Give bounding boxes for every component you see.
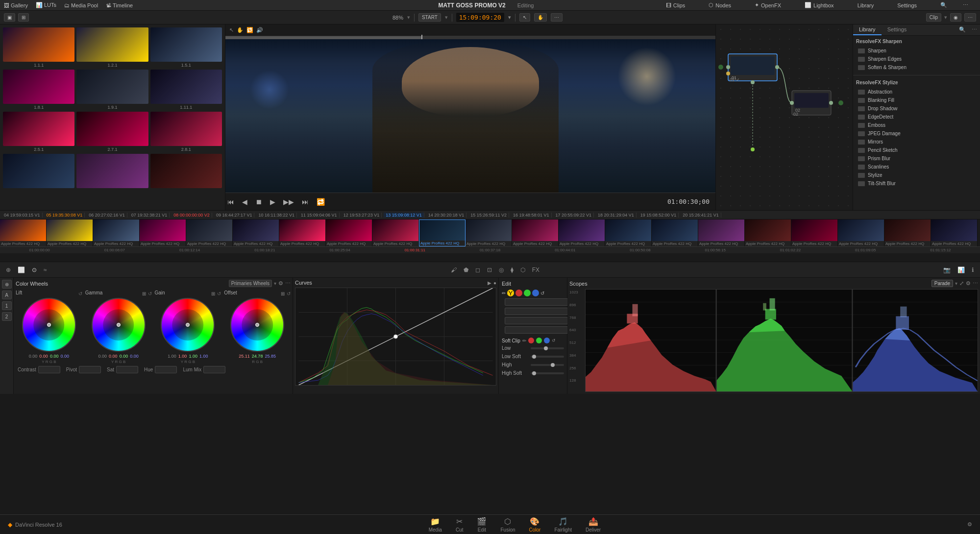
table-row[interactable]: Apple ProRes 422 HQ — [372, 219, 419, 246]
offset-center-dot[interactable] — [255, 323, 259, 327]
info-icon[interactable]: ℹ — [970, 266, 976, 274]
sat-input[interactable]: 50.00 — [116, 366, 138, 373]
library-item-prism-blur[interactable]: Prism Blur — [856, 154, 977, 163]
gain-wheel[interactable] — [161, 298, 215, 352]
color-tool-3[interactable]: 1 — [2, 301, 12, 310]
toolbar-icon-1[interactable]: ▣ — [4, 13, 15, 22]
openfx-btn[interactable]: ✦ OpenFX — [755, 2, 789, 8]
library-item-drop-shadow[interactable]: Drop Shadow — [856, 104, 977, 113]
table-row[interactable]: Apple ProRes 422 HQ — [93, 219, 140, 246]
list-item[interactable] — [150, 154, 222, 189]
color-tool-4[interactable]: 2 — [2, 312, 12, 321]
contrast-input[interactable]: 1.000 — [38, 366, 60, 373]
tab-library[interactable]: Library — [853, 24, 882, 35]
y-value[interactable]: 100 — [505, 298, 571, 306]
gamma-center-dot[interactable] — [117, 323, 121, 327]
table-row[interactable]: Apple ProRes 422 HQ — [931, 219, 978, 246]
list-item[interactable]: 2.5.1 — [3, 112, 74, 152]
search-icon[interactable]: 🔍 — [956, 24, 969, 35]
soft-clip-low-slider[interactable] — [531, 347, 564, 349]
table-row[interactable]: Apple ProRes 422 HQ — [652, 219, 698, 246]
scope-settings-icon[interactable]: ⚙ — [966, 280, 971, 287]
table-row[interactable]: Apple ProRes 422 HQ — [0, 219, 47, 246]
wheels-more-icon[interactable]: ⋯ — [285, 280, 291, 287]
gamma-reset-icon[interactable]: ↺ — [148, 291, 152, 296]
audio-btn[interactable]: 🔊 — [256, 27, 263, 33]
zoom-dropdown-icon[interactable]: ▾ — [407, 14, 410, 21]
parade-dropdown-icon[interactable]: ▾ — [955, 281, 957, 286]
grab-btn[interactable]: ✋ — [237, 27, 244, 33]
table-row[interactable]: Apple ProRes 422 HQ — [745, 219, 791, 246]
list-item[interactable]: 1.5.1 — [150, 27, 222, 68]
soft-clip-low-handle[interactable] — [544, 346, 548, 350]
library-item-abstraction[interactable]: Abstraction — [856, 88, 977, 96]
table-row[interactable]: Apple ProRes 422 HQ — [559, 219, 605, 246]
lift-wheel[interactable] — [22, 298, 76, 352]
soft-clip-high-soft-slider[interactable] — [531, 372, 564, 374]
soft-clip-low-soft-handle[interactable] — [532, 355, 536, 359]
node-toggle-btn[interactable]: ⬜ — [16, 266, 27, 274]
table-row[interactable]: Apple ProRes 422 HQ — [279, 219, 326, 246]
tab-settings[interactable]: Settings — [882, 24, 913, 35]
library-scroll[interactable]: ResolveFX Sharpen Sharpen Sharpen Edges … — [853, 36, 980, 210]
play-btn[interactable]: ▶ — [268, 197, 277, 207]
table-row[interactable]: Apple ProRes 422 HQ — [326, 219, 372, 246]
edit-reset-icon[interactable]: ↺ — [540, 291, 544, 296]
scope-more-icon[interactable]: ⋯ — [973, 280, 978, 287]
lum-mix-input[interactable]: 100.00 — [203, 366, 225, 373]
primaries-dropdown[interactable]: ▾ — [274, 281, 276, 286]
hand-tool[interactable]: ✋ — [534, 13, 547, 22]
soft-clip-reset-icon[interactable]: ↺ — [552, 338, 556, 343]
prev-frame-btn[interactable]: ◀ — [240, 197, 249, 207]
table-row[interactable]: Apple ProRes 422 HQ — [791, 219, 838, 246]
curves-btn[interactable]: ≈ — [42, 266, 49, 274]
loop-btn[interactable]: 🔁 — [315, 197, 327, 207]
gamma-expand-icon[interactable]: ⊞ — [142, 291, 146, 296]
table-row[interactable]: Apple ProRes 422 HQ — [512, 219, 559, 246]
settings-btn[interactable]: Settings — [897, 2, 925, 8]
nodes-btn[interactable]: ⬡ Nodes — [709, 2, 739, 8]
soft-clip-pencil-icon[interactable]: ✏ — [522, 338, 526, 343]
lift-center-dot[interactable] — [47, 323, 51, 327]
table-row[interactable]: Apple ProRes 422 HQ — [466, 219, 512, 246]
node-editor-bg[interactable]: 01 02 01 ✓ — [716, 24, 853, 210]
table-row[interactable]: Apple ProRes 422 HQ — [605, 219, 652, 246]
keyer-btn[interactable]: ⧫ — [509, 266, 515, 274]
soft-clip-high-soft-handle[interactable] — [532, 371, 536, 375]
gallery-grab[interactable]: ◉ — [950, 13, 961, 22]
y-channel-btn[interactable]: Y — [507, 290, 514, 296]
library-item-pencil-sketch[interactable]: Pencil Sketch — [856, 146, 977, 154]
nav-btn-deliver[interactable]: 📤 Deliver — [580, 516, 607, 534]
table-row[interactable]: Apple ProRes 422 HQ — [698, 219, 745, 246]
menu-media-pool[interactable]: 🗂 Media Pool — [64, 2, 98, 8]
color-tool-2[interactable]: A — [2, 291, 12, 299]
library-item-sharpen[interactable]: Sharpen — [856, 47, 977, 55]
curves-play-icon[interactable]: ▶ — [488, 280, 491, 286]
viewer-options[interactable]: ⋯ — [964, 13, 976, 22]
table-row[interactable]: Apple ProRes 422 HQ — [186, 219, 233, 246]
start-dropdown-icon[interactable]: ▾ — [445, 14, 448, 21]
clip-dropdown-icon[interactable]: ▾ — [944, 14, 947, 21]
settings-gear-icon[interactable]: ⚙ — [967, 521, 972, 528]
loop-btn[interactable]: 🔁 — [246, 27, 253, 33]
nav-btn-media[interactable]: 📁 Media — [423, 516, 448, 534]
zoom-level[interactable]: 88% — [392, 15, 403, 21]
primaries-selector[interactable]: Primaries Wheels — [229, 280, 272, 287]
library-item-emboss[interactable]: Emboss — [856, 121, 977, 129]
library-item-jpeg-damage[interactable]: JPEG Damage — [856, 129, 977, 138]
g-value[interactable]: 100 — [505, 317, 571, 324]
table-row[interactable]: Apple ProRes 422 HQ — [233, 219, 279, 246]
nav-btn-fairlight[interactable]: 🎵 Fairlight — [548, 516, 578, 534]
list-item[interactable]: 1.1.1 — [3, 27, 74, 68]
list-item[interactable] — [3, 154, 74, 189]
list-item[interactable]: 1.8.1 — [3, 70, 74, 110]
b-channel-btn[interactable] — [532, 290, 539, 296]
list-item[interactable]: 1.11.1 — [150, 70, 222, 110]
g-channel-btn[interactable] — [524, 290, 531, 296]
library-item-tilt-shift-blur[interactable]: Tilt-Shift Blur — [856, 179, 977, 188]
lift-reset-icon[interactable]: ↺ — [78, 291, 82, 296]
list-item[interactable]: 1.9.1 — [76, 70, 148, 110]
cursor-btn[interactable]: ↖ — [229, 27, 234, 33]
table-row[interactable]: Apple ProRes 422 HQ — [47, 219, 93, 246]
gallery-icon[interactable]: 📷 — [941, 266, 953, 274]
